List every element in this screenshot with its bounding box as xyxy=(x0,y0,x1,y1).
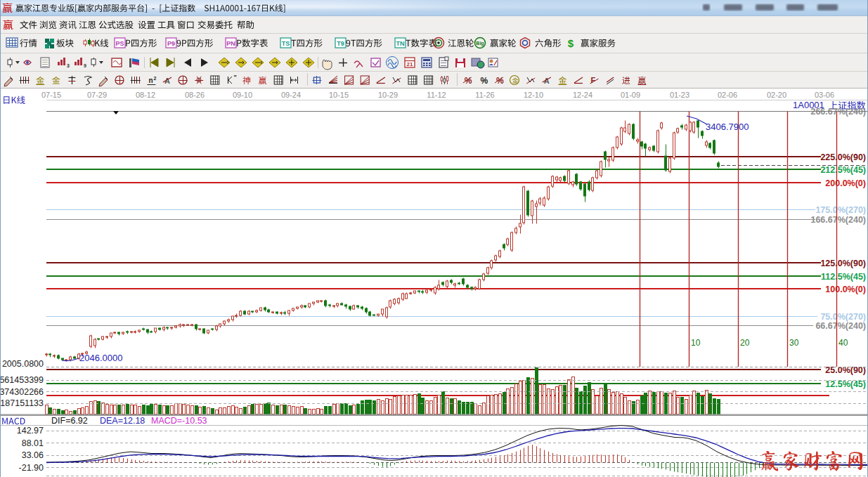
svg-text:33.06: 33.06 xyxy=(22,450,44,460)
svg-text:$: $ xyxy=(568,37,574,49)
svg-text:01-23: 01-23 xyxy=(670,91,689,99)
svg-text:07-15: 07-15 xyxy=(41,91,61,99)
svg-text:374302266: 374302266 xyxy=(0,387,44,397)
svg-text:40: 40 xyxy=(838,338,848,348)
svg-text:10-15: 10-15 xyxy=(329,91,349,99)
svg-text:-21.90: -21.90 xyxy=(19,463,44,473)
svg-text:3: 3 xyxy=(67,63,70,68)
svg-text:175.0%(270): 175.0%(270) xyxy=(815,205,866,215)
svg-text:PS: PS xyxy=(115,40,124,47)
svg-text:DIF=6.92: DIF=6.92 xyxy=(51,416,88,426)
svg-text:12-10: 12-10 xyxy=(524,91,543,99)
svg-text:9: 9 xyxy=(84,63,86,68)
svg-text:P9: P9 xyxy=(167,40,175,47)
svg-text:01-09: 01-09 xyxy=(621,91,640,99)
svg-text:212.5%(45): 212.5%(45) xyxy=(820,165,866,175)
svg-text:Big: Big xyxy=(476,41,484,46)
svg-text:25.0%(90): 25.0%(90) xyxy=(825,365,866,375)
svg-text:3406.7900: 3406.7900 xyxy=(706,122,749,132)
svg-text:T9: T9 xyxy=(337,40,344,47)
svg-text:": " xyxy=(233,74,236,81)
svg-text:100.0%(0): 100.0%(0) xyxy=(825,285,866,294)
svg-text:11-12: 11-12 xyxy=(427,91,446,99)
svg-text:08-12: 08-12 xyxy=(136,91,155,99)
svg-text:166.67%(240): 166.67%(240) xyxy=(810,215,866,225)
svg-text:PN: PN xyxy=(226,40,235,47)
svg-text:10: 10 xyxy=(691,338,701,348)
svg-text:%: % xyxy=(480,76,488,86)
svg-text:20: 20 xyxy=(740,338,750,348)
svg-text:225.0%(90): 225.0%(90) xyxy=(820,152,866,162)
svg-text:21: 21 xyxy=(407,61,413,67)
svg-text:02-06: 02-06 xyxy=(718,91,737,99)
svg-text:75.0%(270): 75.0%(270) xyxy=(820,312,866,322)
svg-text:112.5%(45): 112.5%(45) xyxy=(821,272,866,282)
svg-text:08-26: 08-26 xyxy=(185,91,205,99)
svg-text:125.0%(90): 125.0%(90) xyxy=(820,259,866,268)
svg-text:2: 2 xyxy=(153,76,156,81)
svg-text:10-29: 10-29 xyxy=(378,91,398,99)
svg-text:TS: TS xyxy=(282,40,290,47)
svg-text:88.01: 88.01 xyxy=(22,438,44,448)
svg-text:02-20: 02-20 xyxy=(767,91,786,99)
svg-text:561453399: 561453399 xyxy=(0,375,44,385)
svg-text:30: 30 xyxy=(789,338,799,348)
svg-text:200.0%(0): 200.0%(0) xyxy=(825,178,866,188)
svg-text:142.97: 142.97 xyxy=(17,426,44,436)
svg-text:187151133: 187151133 xyxy=(0,398,44,408)
svg-text:03-06: 03-06 xyxy=(815,91,834,99)
svg-text:66.67%(240): 66.67%(240) xyxy=(815,321,866,331)
svg-text:DEA=12.18: DEA=12.18 xyxy=(100,416,145,426)
svg-text:2046.0000: 2046.0000 xyxy=(79,353,122,363)
svg-text:n: n xyxy=(148,77,153,84)
svg-text:09-10: 09-10 xyxy=(233,91,252,99)
svg-text:2005.0800: 2005.0800 xyxy=(2,359,44,369)
svg-text:TN: TN xyxy=(396,40,405,47)
svg-text:MACD=-10.53: MACD=-10.53 xyxy=(151,416,207,426)
svg-text:07-29: 07-29 xyxy=(87,91,107,99)
svg-text:11-26: 11-26 xyxy=(475,91,494,99)
svg-text:12-24: 12-24 xyxy=(573,91,592,99)
svg-text:09-24: 09-24 xyxy=(281,91,301,99)
